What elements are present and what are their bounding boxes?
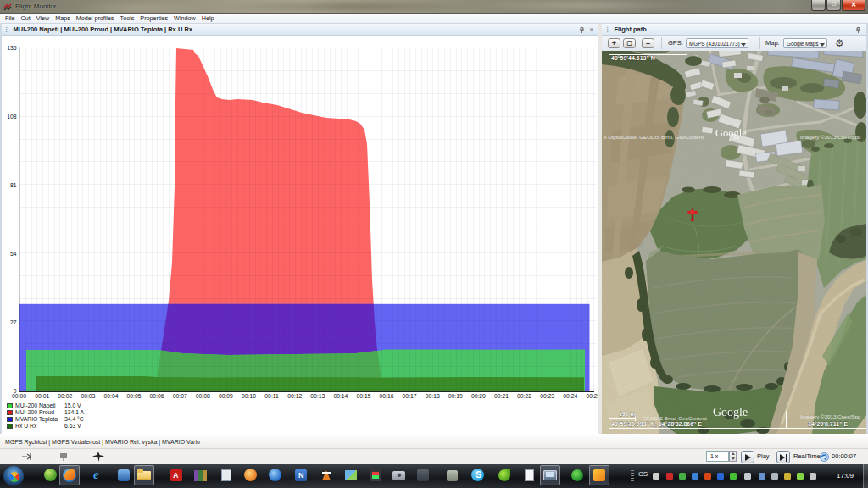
svg-text:00:01: 00:01 (35, 393, 49, 399)
svg-text:14°29'8.711" E: 14°29'8.711" E (808, 421, 848, 427)
svg-text:108: 108 (7, 114, 17, 119)
svg-text:27: 27 (10, 319, 17, 325)
svg-text:00:23: 00:23 (540, 393, 554, 399)
svg-text:00:15: 00:15 (356, 393, 370, 399)
svg-text:Imagery ©2013 Cnes/Spo: Imagery ©2013 Cnes/Spo (800, 134, 861, 140)
svg-text:00:17: 00:17 (403, 393, 417, 399)
svg-text:00:10: 00:10 (242, 393, 256, 399)
svg-text:00:22: 00:22 (517, 393, 531, 399)
svg-text:190 m: 190 m (619, 411, 636, 417)
svg-text:00:08: 00:08 (196, 393, 210, 399)
svg-text:Imagery ©2013 Cnes/Spo: Imagery ©2013 Cnes/Spo (800, 413, 861, 419)
svg-text:135: 135 (7, 45, 17, 51)
svg-text:81: 81 (10, 182, 17, 188)
svg-text:00:14: 00:14 (333, 393, 348, 399)
svg-text:00:13: 00:13 (310, 393, 325, 399)
svg-text:00:09: 00:09 (219, 393, 233, 399)
svg-text:00:05: 00:05 (126, 393, 141, 399)
svg-text:54: 54 (10, 251, 17, 257)
svg-text:00:03: 00:03 (81, 393, 95, 399)
svg-text:00:04: 00:04 (103, 393, 118, 399)
svg-text:00:25: 00:25 (586, 393, 598, 399)
svg-text:49°59'10.993" N, 14°28'32.866": 49°59'10.993" N, 14°28'32.866" E (611, 421, 702, 428)
svg-text:00:02: 00:02 (58, 393, 72, 399)
svg-text:e DigitalGlobe, GEODIS Brno, G: e DigitalGlobe, GEODIS Brno, GeoContent (604, 134, 704, 140)
svg-text:0: 0 (14, 388, 17, 394)
svg-text:00:24: 00:24 (563, 393, 577, 399)
svg-text:00:20: 00:20 (471, 393, 486, 399)
svg-text:GEODIS Brno, GeoContent: GEODIS Brno, GeoContent (643, 415, 707, 421)
svg-text:00:18: 00:18 (426, 393, 440, 399)
svg-text:00:12: 00:12 (287, 393, 302, 399)
svg-text:00:11: 00:11 (264, 393, 279, 399)
svg-text:00:06: 00:06 (150, 393, 164, 399)
svg-text:00:19: 00:19 (448, 393, 463, 399)
svg-text:00:21: 00:21 (494, 393, 509, 399)
svg-text:Google: Google (715, 127, 747, 139)
svg-text:49°59'44.613" N: 49°59'44.613" N (611, 55, 655, 61)
svg-text:00:16: 00:16 (379, 393, 393, 399)
svg-text:00:07: 00:07 (173, 393, 187, 399)
svg-text:Google: Google (713, 406, 748, 419)
